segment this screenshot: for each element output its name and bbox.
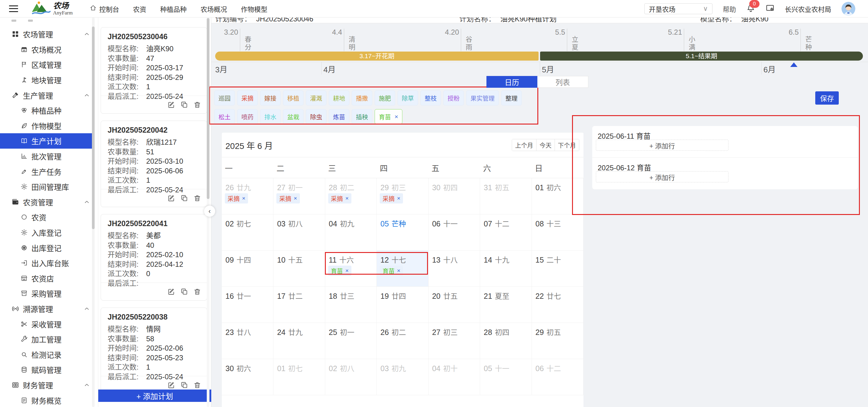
edit-icon[interactable] — [167, 288, 176, 296]
phase-bar[interactable]: 5.1~结果期 — [540, 52, 863, 61]
tag-插秧[interactable]: 插秧 — [352, 109, 372, 124]
copy-icon[interactable] — [180, 288, 188, 296]
sidebar-item-农场概况[interactable]: 农场概况 — [0, 42, 98, 57]
calendar-day-03[interactable]: 03初八 — [273, 214, 325, 251]
sidebar-item-加工管理[interactable]: 加工管理 — [0, 332, 98, 347]
sidebar-item-财务概览[interactable]: 财务概览 — [0, 393, 98, 407]
sidebar-item-采购管理[interactable]: 采购管理 — [0, 286, 98, 301]
tag-灌溉[interactable]: 灌溉 — [306, 90, 327, 105]
calendar-day-31[interactable]: 31初五 — [480, 178, 532, 214]
tag-喷药[interactable]: 喷药 — [237, 109, 258, 124]
calendar-day-24[interactable]: 24廿九 — [273, 323, 325, 359]
notifications-button[interactable]: 0 — [746, 4, 755, 14]
nav-item-4[interactable]: 农场概况 — [200, 4, 227, 13]
event-remove-icon[interactable]: × — [242, 195, 245, 202]
copy-icon[interactable] — [180, 194, 188, 202]
calendar-day-27[interactable]: 27初三 — [429, 323, 480, 359]
tag-播撒[interactable]: 播撒 — [352, 90, 372, 105]
avatar[interactable] — [841, 2, 855, 16]
calendar-nav-next[interactable]: 下个月 — [555, 139, 579, 151]
calendar-day-07[interactable]: 07十二 — [480, 214, 532, 251]
day-event-chip[interactable]: 育苗× — [380, 265, 403, 276]
edit-icon[interactable] — [167, 194, 176, 202]
tag-除草[interactable]: 除草 — [398, 90, 418, 105]
calendar-day-26[interactable]: 26廿九采摘× — [222, 178, 273, 214]
delete-icon[interactable] — [193, 288, 201, 296]
edit-icon[interactable] — [167, 381, 176, 389]
event-remove-icon[interactable]: × — [397, 195, 400, 202]
calendar-day-22[interactable]: 22廿七 — [532, 287, 584, 323]
tag-施肥[interactable]: 施肥 — [375, 90, 395, 105]
tag-移植[interactable]: 移植 — [283, 90, 304, 105]
sidebar-item-采收管理[interactable]: 采收管理 — [0, 316, 98, 332]
add-row-button[interactable]: + 添加行 — [596, 171, 728, 182]
tag-采摘[interactable]: 采摘 — [237, 90, 258, 105]
plan-card[interactable]: JH202505220038 模型名称:情网农事数量:58开始时间:2025-0… — [101, 308, 207, 394]
sidebar-item-田间管理库[interactable]: 田间管理库 — [0, 179, 98, 194]
calendar-day-29[interactable]: 29初三采摘× — [377, 178, 428, 214]
help-link[interactable]: 帮助 — [723, 4, 736, 13]
tag-授粉[interactable]: 授粉 — [443, 90, 464, 105]
sidebar-item-出入库台账[interactable]: 出入库台账 — [0, 255, 98, 271]
edit-icon[interactable] — [167, 101, 176, 109]
calendar-day-03[interactable]: 03初九 — [377, 359, 428, 395]
calendar-day-01[interactable]: 01初七 — [273, 359, 325, 395]
tab-list[interactable]: 列表 — [537, 76, 588, 88]
calendar-nav-today[interactable]: 今天 — [536, 139, 555, 151]
sidebar-item-生产计划[interactable]: 生产计划 — [0, 133, 94, 149]
day-event-chip[interactable]: 育苗× — [328, 265, 351, 276]
nav-item-3[interactable]: 种植品种 — [160, 4, 187, 13]
tag-排水[interactable]: 排水 — [260, 109, 281, 124]
nav-item-2[interactable]: 农资 — [133, 4, 146, 13]
tag-整枝[interactable]: 整枝 — [421, 90, 441, 105]
sidebar-item-入库登记[interactable]: 入库登记 — [0, 225, 98, 240]
menu-toggle-icon[interactable] — [9, 5, 18, 12]
sidebar-item-生产任务[interactable]: 生产任务 — [0, 164, 98, 179]
day-event-chip[interactable]: 采摘× — [328, 193, 351, 204]
tag-remove-icon[interactable]: × — [395, 113, 398, 120]
plans-scrollbar-thumb[interactable] — [207, 18, 210, 199]
event-remove-icon[interactable]: × — [345, 195, 349, 202]
event-remove-icon[interactable]: × — [397, 268, 400, 274]
calendar-day-10[interactable]: 10十五 — [273, 251, 325, 287]
add-row-button[interactable]: + 添加行 — [596, 139, 728, 151]
calendar-day-28[interactable]: 28初二采摘× — [325, 178, 377, 214]
calendar-day-04[interactable]: 04初九 — [325, 214, 377, 251]
sidebar-group-1[interactable]: 农场管理 — [0, 27, 98, 42]
day-event-chip[interactable]: 采摘× — [380, 193, 403, 204]
tag-育苗[interactable]: 育苗× — [375, 109, 402, 124]
calendar-day-02[interactable]: 02初七 — [222, 214, 273, 251]
delete-icon[interactable] — [193, 194, 201, 202]
sidebar-item-批次管理[interactable]: 批次管理 — [0, 149, 98, 164]
tag-巡园[interactable]: 巡园 — [214, 90, 235, 105]
sidebar-item-区域管理[interactable]: 区域管理 — [0, 57, 98, 72]
copy-icon[interactable] — [180, 101, 188, 109]
calendar-day-08[interactable]: 08十三 — [532, 214, 584, 251]
sidebar-item-赋码管理[interactable]: 赋码管理 — [0, 362, 98, 377]
add-plan-button[interactable]: + 添加计划 — [98, 389, 211, 402]
calendar-day-16[interactable]: 16廿一 — [222, 287, 273, 323]
event-remove-icon[interactable]: × — [293, 195, 297, 202]
sidebar-group-3[interactable]: 农资管理 — [0, 194, 98, 210]
calendar-day-06[interactable]: 06十二 — [532, 359, 584, 395]
calendar-day-09[interactable]: 09十四 — [222, 251, 273, 287]
calendar-day-01[interactable]: 01初六 — [532, 178, 584, 214]
tag-果实管理[interactable]: 果实管理 — [466, 90, 499, 105]
sidebar-item-作物模型[interactable]: 作物模型 — [0, 118, 98, 133]
calendar-day-26[interactable]: 26初二 — [377, 323, 428, 359]
sidebar-item-种植品种[interactable]: 种植品种 — [0, 103, 98, 118]
calendar-nav-prev[interactable]: 上个月 — [512, 139, 536, 151]
day-event-chip[interactable]: 采摘× — [225, 193, 248, 204]
sidebar-item-农资店[interactable]: 农资店 — [0, 271, 98, 286]
sidebar-item-地块管理[interactable]: 地块管理 — [0, 72, 98, 88]
calendar-day-12[interactable]: 12十七育苗× — [377, 251, 428, 287]
calendar-day-02[interactable]: 02初八 — [325, 359, 377, 395]
calendar-day-17[interactable]: 17廿二 — [273, 287, 325, 323]
tag-嫁接[interactable]: 嫁接 — [260, 90, 281, 105]
calendar-day-23[interactable]: 23廿八 — [222, 323, 273, 359]
sidebar-group-5[interactable]: 财务管理 — [0, 377, 98, 393]
calendar-day-06[interactable]: 06十一 — [429, 214, 480, 251]
sidebar-item-检测记录[interactable]: 检测记录 — [0, 347, 98, 362]
copy-icon[interactable] — [180, 381, 188, 389]
calendar-day-11[interactable]: 11十六育苗× — [325, 251, 377, 287]
